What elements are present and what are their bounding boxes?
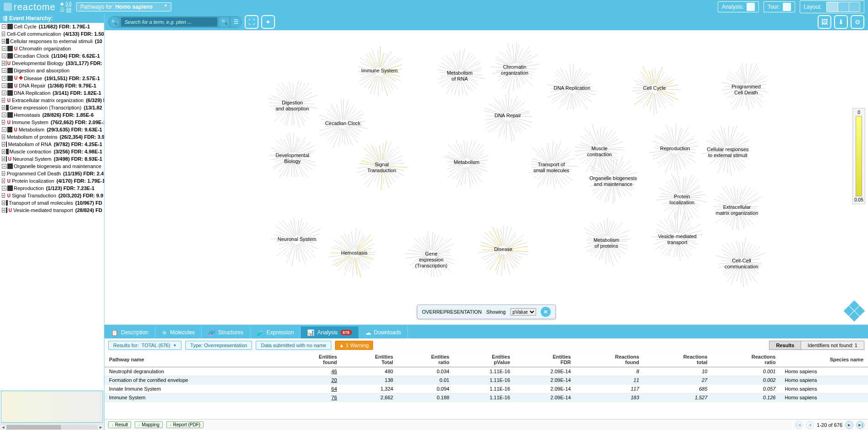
download-report-button[interactable]: ↓Report (PDF): [166, 421, 203, 428]
expand-icon[interactable]: +: [2, 171, 5, 176]
pathway-burst[interactable]: [352, 44, 407, 99]
build-link[interactable]: 68: [66, 7, 71, 12]
results-for-chip[interactable]: Results for: TOTAL (676) ▼: [108, 341, 181, 350]
search-go-button[interactable]: 🔍: [219, 17, 229, 27]
page-last-button[interactable]: ►|: [856, 421, 864, 429]
col-header[interactable]: Reactionsratio: [712, 352, 780, 367]
expand-icon[interactable]: +: [2, 46, 6, 51]
pathway-burst[interactable]: [432, 46, 487, 101]
pathway-burst[interactable]: [709, 180, 764, 235]
expand-icon[interactable]: +: [2, 120, 5, 125]
expand-icon[interactable]: +: [2, 24, 6, 29]
download-mapping-button[interactable]: ↓Mapping: [135, 421, 162, 428]
search-settings-button[interactable]: ☰: [231, 17, 241, 27]
expand-icon[interactable]: +: [2, 105, 5, 110]
species-selector[interactable]: Pathways for: Homo sapiens: [76, 2, 171, 11]
results-table-wrap[interactable]: Pathway nameEntitiesfoundEntitiesTotalEn…: [104, 352, 868, 419]
col-header[interactable]: Entitiesratio: [398, 352, 454, 367]
table-row[interactable]: Neutrophil degranulation464800.0341.11E-…: [104, 367, 868, 376]
tree-item[interactable]: +Reproduction (1/123) FDR: 7.23E-1: [0, 185, 104, 192]
expand-icon[interactable]: +: [2, 83, 6, 88]
col-header[interactable]: Reactionsfound: [576, 352, 644, 367]
col-header[interactable]: EntitiespValue: [454, 352, 515, 367]
pathway-tree[interactable]: +Cell Cycle (11/682) FDR: 1.79E-1+Cell-C…: [0, 23, 104, 390]
pathway-burst[interactable]: [524, 138, 579, 193]
scroll-right-icon[interactable]: ►: [98, 425, 104, 430]
tree-item[interactable]: +UExtracellular matrix organization (6/3…: [0, 97, 104, 104]
pathway-burst[interactable]: [354, 138, 409, 193]
pathway-burst[interactable]: [650, 210, 705, 265]
expand-icon[interactable]: +: [2, 32, 5, 36]
cell-ef[interactable]: 20: [286, 376, 342, 385]
pathway-burst[interactable]: [544, 61, 599, 116]
expand-icon[interactable]: +: [2, 193, 5, 198]
table-row[interactable]: Formation of the cornified envelope20138…: [104, 376, 868, 385]
snapshot-button[interactable]: 🖼: [818, 15, 831, 29]
col-header[interactable]: Species name: [780, 352, 868, 367]
col-header[interactable]: EntitiesTotal: [341, 352, 398, 367]
tab-structures[interactable]: 🧬Structures: [202, 327, 250, 338]
tree-item[interactable]: +Hemostasis (28/826) FDR: 1.85E-6: [0, 111, 104, 119]
sidebar-hscroll[interactable]: ◄ ►: [0, 424, 104, 430]
tree-item[interactable]: +UChromatin organization: [0, 45, 104, 52]
settings-button[interactable]: ⚙: [851, 15, 864, 29]
tree-item[interactable]: +Muscle contraction (3/256) FDR: 4.98E-1: [0, 148, 104, 155]
logo[interactable]: reactome: [4, 2, 55, 12]
tree-item[interactable]: +Transport of small molecules (10/967) F…: [0, 199, 104, 207]
dataset-name-chip[interactable]: Data submitted with no name: [256, 341, 331, 350]
pathway-burst[interactable]: [439, 136, 494, 191]
pathway-burst[interactable]: [327, 226, 382, 281]
expand-icon[interactable]: +: [2, 164, 6, 169]
tree-item[interactable]: +UDevelopmental Biology (33/1,177) FDR:: [0, 60, 104, 67]
version-link[interactable]: 3.6: [65, 1, 71, 6]
expand-icon[interactable]: +: [2, 91, 6, 95]
pathway-burst[interactable]: [627, 61, 682, 116]
cell-ef[interactable]: 46: [286, 367, 342, 376]
pathway-burst[interactable]: [714, 234, 769, 289]
expand-icon[interactable]: +: [2, 39, 5, 44]
pathway-burst[interactable]: [700, 123, 755, 178]
warning-chip[interactable]: ▲1 Warning: [335, 341, 373, 350]
tab-description[interactable]: 📋Description: [104, 327, 155, 338]
tree-item[interactable]: +Cell Cycle (11/682) FDR: 1.79E-1: [0, 23, 104, 30]
fit-view-button[interactable]: ⛶: [245, 15, 258, 29]
scroll-left-icon[interactable]: ◄: [0, 425, 6, 430]
tree-item[interactable]: +Programmed Cell Death (11/195) FDR: 2.4: [0, 170, 104, 177]
col-header[interactable]: Entitiesfound: [286, 352, 342, 367]
table-row[interactable]: Innate Immune System641,3240.0941.11E-16…: [104, 385, 868, 393]
tree-item[interactable]: +Cellular responses to external stimuli …: [0, 38, 104, 45]
tree-item[interactable]: +Cell-Cell communication (4/133) FDR: 1.…: [0, 30, 104, 38]
tree-item[interactable]: +DNA Replication (3/141) FDR: 1.82E-1: [0, 89, 104, 97]
tab-downloads[interactable]: ☁Downloads: [359, 327, 408, 338]
expand-icon[interactable]: +: [2, 98, 5, 103]
tree-item[interactable]: +UDNA Repair (1/368) FDR: 9.79E-1: [0, 82, 104, 89]
layout-opt-1[interactable]: [827, 2, 838, 11]
tree-item[interactable]: +UVesicle-mediated transport (28/824) FD: [0, 207, 104, 214]
pathway-burst[interactable]: [476, 223, 531, 278]
results-subtab[interactable]: Results: [769, 341, 801, 349]
tree-item[interactable]: +UMetabolism (29/3,635) FDR: 9.63E-1: [0, 126, 104, 133]
tree-item[interactable]: +Metabolism of proteins (26/2,354) FDR: …: [0, 133, 104, 141]
expand-icon[interactable]: +: [2, 68, 6, 73]
download-image-button[interactable]: ⬇: [834, 15, 848, 29]
analysis-button[interactable]: Analysis:: [718, 1, 759, 12]
tree-item[interactable]: +UImmune System (76/2,662) FDR: 2.09E-1: [0, 119, 104, 126]
pathway-burst[interactable]: [269, 212, 324, 267]
expand-icon[interactable]: +: [2, 149, 5, 154]
page-next-button[interactable]: ►: [845, 421, 853, 429]
col-header[interactable]: Reactionstotal: [644, 352, 712, 367]
expand-icon[interactable]: +: [2, 142, 5, 147]
expand-icon[interactable]: +: [2, 186, 6, 191]
table-row[interactable]: Immune System762,6620.1881.11E-162.09E-1…: [104, 393, 868, 402]
expand-icon[interactable]: +: [2, 61, 5, 65]
pathway-burst[interactable]: [404, 227, 459, 282]
pathway-burst[interactable]: [265, 76, 320, 131]
notfound-subtab[interactable]: Identifiers not found: 1: [801, 341, 864, 349]
layout-opt-3[interactable]: [849, 2, 860, 11]
nav-compass[interactable]: [845, 302, 863, 320]
expand-icon[interactable]: +: [2, 54, 6, 58]
pathway-burst[interactable]: [586, 152, 641, 207]
tab-expression[interactable]: 🧪Expression: [250, 327, 301, 338]
col-header[interactable]: Pathway name: [104, 352, 286, 367]
tree-item[interactable]: +Gene expression (Transcription) (13/1,8…: [0, 104, 104, 111]
